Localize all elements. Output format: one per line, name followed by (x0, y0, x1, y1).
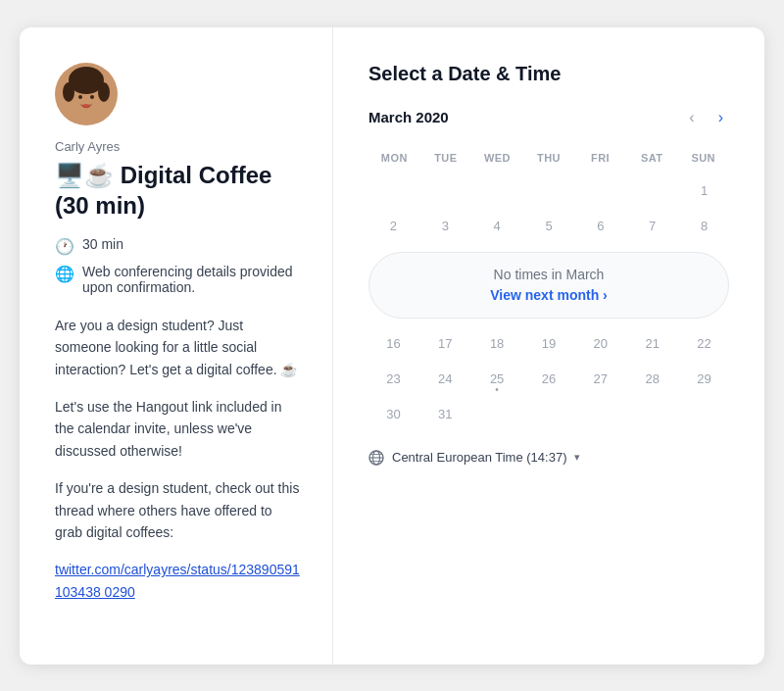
calendar-day-27: 27 (575, 364, 625, 395)
calendar-day-2: 2 (368, 211, 418, 242)
calendar-day (524, 399, 574, 430)
calendar-day-4: 4 (472, 211, 522, 242)
calendar-day-7: 7 (627, 211, 677, 242)
panel-title: Select a Date & Time (368, 63, 729, 85)
calendar-day-6: 6 (575, 211, 625, 242)
calendar-day-5: 5 (524, 211, 574, 242)
calendar-day (679, 399, 729, 430)
calendar-nav: March 2020 ‹ › (368, 105, 729, 130)
calendar-day (368, 175, 418, 207)
calendar-day-17: 17 (420, 328, 470, 360)
no-times-banner: No times in March View next month › (368, 252, 729, 319)
day-header-mon: MON (368, 148, 420, 168)
desc-para-1: Are you a design student? Just someone l… (55, 315, 301, 380)
duration-text: 30 min (82, 236, 123, 252)
calendar-day-16: 16 (368, 328, 418, 360)
calendar-day-23: 23 (368, 364, 418, 395)
calendar-day (420, 175, 470, 207)
calendar-day-18: 18 (472, 328, 522, 360)
location-row: 🌐 Web conferencing details provided upon… (55, 264, 301, 295)
calendar-day (524, 175, 574, 207)
day-headers: MON TUE WED THU FRI SAT SUN (368, 148, 729, 168)
calendar-day-3: 3 (420, 211, 470, 242)
calendar-day-21: 21 (627, 328, 677, 360)
day-header-wed: WED (471, 148, 523, 168)
desc-para-2: Let's use the Hangout link included in t… (55, 396, 301, 462)
calendar-grid: MON TUE WED THU FRI SAT SUN 1 (368, 148, 729, 430)
timezone-chevron: ▾ (574, 451, 580, 464)
calendar-day (472, 175, 522, 207)
calendar-day-20: 20 (575, 328, 625, 360)
nav-buttons: ‹ › (683, 105, 729, 130)
clock-icon: 🕐 (55, 237, 74, 256)
duration-row: 🕐 30 min (55, 236, 301, 256)
next-month-button[interactable]: › (712, 105, 729, 130)
calendar-day-24: 24 (420, 364, 470, 395)
day-header-tue: TUE (420, 148, 472, 168)
calendar-day-22: 22 (679, 328, 729, 360)
day-header-thu: THU (523, 148, 575, 168)
prev-month-button[interactable]: ‹ (683, 105, 700, 130)
svg-point-5 (90, 95, 94, 99)
event-title: 🖥️☕ Digital Coffee (30 min) (55, 160, 301, 221)
calendar-day (627, 399, 677, 430)
view-next-month-link[interactable]: View next month › (490, 287, 608, 303)
svg-point-3 (98, 82, 110, 102)
calendar-day-26: 26 (524, 364, 574, 395)
calendar-day (575, 175, 625, 207)
svg-point-6 (82, 104, 90, 108)
calendar-day-29: 29 (679, 364, 729, 395)
globe-icon (368, 450, 384, 466)
calendar-day-1: 1 (679, 175, 729, 207)
calendar-day-30: 30 (368, 399, 418, 430)
calendar-day (627, 175, 677, 207)
calendar-week-5: 30 31 (368, 399, 729, 430)
svg-point-4 (78, 95, 82, 99)
calendar-day-8: 8 (679, 211, 729, 242)
svg-point-2 (63, 82, 74, 102)
calendar-day-25: 25 (472, 364, 522, 395)
no-times-text: No times in March (389, 267, 709, 282)
twitter-link[interactable]: twitter.com/carlyayres/status/1238905911… (55, 562, 300, 599)
calendar-day-28: 28 (627, 364, 677, 395)
calendar-day (575, 399, 625, 430)
calendar-weeks: 1 2 3 4 5 6 7 8 No times in March View (368, 175, 729, 430)
location-icon: 🌐 (55, 265, 74, 283)
desc-para-3: If you're a design student, check out th… (55, 477, 301, 543)
left-panel: Carly Ayres 🖥️☕ Digital Coffee (30 min) … (20, 27, 333, 665)
calendar-week-2: 2 3 4 5 6 7 8 (368, 211, 729, 242)
day-header-sun: SUN (677, 148, 729, 168)
day-header-sat: SAT (626, 148, 678, 168)
calendar-week-4: 23 24 25 26 27 28 29 (368, 364, 729, 395)
calendar-day-31: 31 (420, 399, 470, 430)
timezone-text[interactable]: Central European Time (14:37) (392, 450, 566, 465)
description: Are you a design student? Just someone l… (55, 315, 301, 603)
calendar-day-19: 19 (524, 328, 574, 360)
timezone-row[interactable]: Central European Time (14:37) ▾ (368, 450, 729, 466)
location-text: Web conferencing details provided upon c… (82, 264, 301, 295)
calendar-week-3: 16 17 18 19 20 21 22 (368, 328, 729, 360)
organizer-name: Carly Ayres (55, 139, 301, 154)
calendar-day (472, 399, 522, 430)
right-panel: Select a Date & Time March 2020 ‹ › MON … (333, 27, 764, 665)
calendar-week-1: 1 (368, 175, 729, 207)
no-times-banner-row: No times in March View next month › (368, 246, 729, 324)
month-label: March 2020 (368, 109, 449, 125)
avatar (55, 63, 118, 125)
day-header-fri: FRI (574, 148, 626, 168)
